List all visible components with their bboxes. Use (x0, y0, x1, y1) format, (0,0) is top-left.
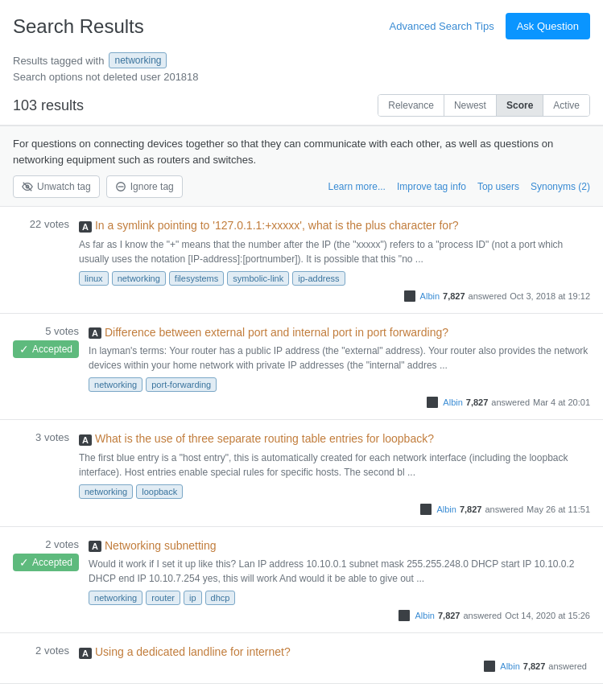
checkmark-icon: ✓ (19, 556, 29, 569)
question-item: 2 votesAUsing a dedicated landline for i… (0, 633, 603, 684)
vote-count: 2 votes (45, 538, 79, 550)
tag-networking[interactable]: networking (79, 484, 133, 499)
sort-active[interactable]: Active (543, 95, 589, 116)
search-options: Search options not deleted user 201818 (13, 71, 590, 83)
question-content: AUsing a dedicated landline for internet… (79, 644, 590, 672)
accepted-badge: ✓Accepted (13, 340, 79, 358)
eye-icon (22, 181, 33, 192)
user-rep: 7,827 (523, 661, 546, 671)
question-title-link[interactable]: Networking subnetting (105, 539, 217, 552)
user-link[interactable]: Albin (436, 504, 456, 514)
vote-count: 3 votes (35, 431, 69, 443)
question-stats: 22 votes (13, 218, 69, 302)
user-link[interactable]: Albin (443, 397, 462, 407)
page-title: Search Results (13, 15, 144, 38)
question-stats: 2 votes✓Accepted (13, 538, 79, 622)
results-tagged-label: Results tagged with (13, 55, 104, 67)
question-excerpt: As far as I know the "+" means that the … (79, 237, 590, 266)
vote-count: 2 votes (35, 644, 69, 657)
question-title-link[interactable]: Using a dedicated landline for internet? (95, 645, 291, 658)
unwatch-tag-button[interactable]: Unwatch tag (13, 175, 100, 198)
tag-ip-address[interactable]: ip-address (292, 271, 345, 286)
advanced-search-link[interactable]: Advanced Search Tips (390, 20, 494, 32)
user-avatar-icon (399, 610, 410, 621)
tag-filesystems[interactable]: filesystems (169, 271, 224, 286)
question-tags: networkingrouteripdhcp (89, 591, 590, 605)
sort-newest[interactable]: Newest (444, 95, 497, 116)
tagged-with-row: Results tagged with networking (13, 52, 590, 68)
tag-info-banner: For questions on connecting devices toge… (0, 126, 603, 207)
unwatch-label: Unwatch tag (37, 181, 91, 192)
question-item: 3 votesAWhat is the use of three separat… (0, 420, 603, 527)
user-rep: 7,827 (460, 504, 482, 514)
question-meta: Albin7,827answeredMay 26 at 11:51 (79, 504, 590, 515)
results-count: 103 results (13, 97, 84, 114)
user-rep: 7,827 (466, 397, 489, 407)
tag-linux[interactable]: linux (79, 271, 109, 286)
question-excerpt: Would it work if I set it up like this? … (89, 557, 590, 586)
user-rep: 7,827 (443, 291, 465, 301)
ignore-label: Ignore tag (130, 181, 174, 192)
user-link[interactable]: Albin (420, 291, 440, 301)
sort-score[interactable]: Score (497, 95, 543, 116)
question-title-row: ANetworking subnetting (89, 538, 590, 554)
answer-indicator: A (79, 648, 92, 659)
question-stats: 2 votes (13, 644, 69, 672)
checkmark-icon: ✓ (19, 343, 29, 356)
tag-networking[interactable]: networking (89, 377, 142, 392)
question-title-row: ADifference between external port and in… (89, 325, 590, 341)
tag-description: For questions on connecting devices toge… (13, 136, 590, 167)
question-action: answered (469, 291, 507, 301)
question-meta: Albin7,827answeredOct 3, 2018 at 19:12 (79, 290, 590, 302)
sub-header: Results tagged with networking Search op… (0, 47, 603, 86)
question-excerpt: In layman's terms: Your router has a pub… (89, 344, 590, 373)
sort-buttons: Relevance Newest Score Active (378, 94, 590, 117)
vote-count: 22 votes (30, 218, 69, 230)
sort-relevance[interactable]: Relevance (378, 95, 444, 116)
ignore-tag-button[interactable]: Ignore tag (106, 175, 183, 198)
question-meta: Albin7,827answeredMar 4 at 20:01 (89, 397, 590, 408)
question-item: 22 votesAIn a symlink pointing to '127.0… (0, 207, 603, 314)
tag-networking[interactable]: networking (112, 271, 166, 286)
question-excerpt: The first blue entry is a "host entry", … (79, 451, 590, 480)
learn-more-link[interactable]: Learn more... (328, 181, 386, 192)
question-item: 2 votes✓AcceptedANetworking subnettingWo… (0, 527, 603, 634)
question-date: May 26 at 11:51 (527, 504, 590, 514)
networking-tag[interactable]: networking (109, 52, 167, 68)
user-avatar-icon (404, 290, 415, 302)
tag-router[interactable]: router (146, 591, 180, 605)
question-content: ADifference between external port and in… (89, 325, 590, 409)
question-action: answered (491, 397, 530, 407)
question-item: 5 votes✓AcceptedADifference between exte… (0, 314, 603, 421)
tag-networking[interactable]: networking (89, 591, 142, 605)
user-avatar-icon (484, 661, 495, 672)
question-title-link[interactable]: What is the use of three separate routin… (95, 432, 434, 445)
question-stats: 3 votes (13, 431, 69, 515)
question-content: AWhat is the use of three separate routi… (79, 431, 590, 515)
user-avatar-icon (420, 504, 432, 515)
user-avatar-icon (427, 397, 438, 408)
tag-port-forwarding[interactable]: port-forwarding (146, 377, 217, 392)
ignore-icon (115, 181, 126, 192)
synonyms-link[interactable]: Synonyms (2) (531, 181, 590, 192)
improve-tag-link[interactable]: Improve tag info (397, 181, 466, 192)
question-list: 22 votesAIn a symlink pointing to '127.0… (0, 207, 603, 684)
accepted-label: Accepted (32, 344, 72, 355)
tag-loopback[interactable]: loopback (136, 484, 183, 499)
question-title-link[interactable]: In a symlink pointing to '127.0.1.1:+xxx… (95, 219, 459, 232)
tag-symbolic-link[interactable]: symbolic-link (227, 271, 289, 286)
tag-ip[interactable]: ip (184, 591, 202, 605)
user-link[interactable]: Albin (500, 661, 519, 671)
answer-indicator: A (79, 434, 92, 446)
question-date: Oct 3, 2018 at 19:12 (510, 291, 590, 301)
answer-indicator: A (79, 221, 92, 233)
top-users-link[interactable]: Top users (477, 181, 519, 192)
answer-indicator: A (89, 327, 101, 339)
user-link[interactable]: Albin (415, 611, 434, 620)
tag-actions: Unwatch tag Ignore tag Learn more... Imp… (13, 175, 590, 198)
question-stats: 5 votes✓Accepted (13, 325, 79, 409)
ask-question-button[interactable]: Ask Question (506, 13, 590, 39)
tag-dhcp[interactable]: dhcp (205, 591, 236, 605)
question-title-link[interactable]: Difference between external port and int… (105, 326, 448, 339)
page-header: Search Results Advanced Search Tips Ask … (0, 0, 603, 47)
